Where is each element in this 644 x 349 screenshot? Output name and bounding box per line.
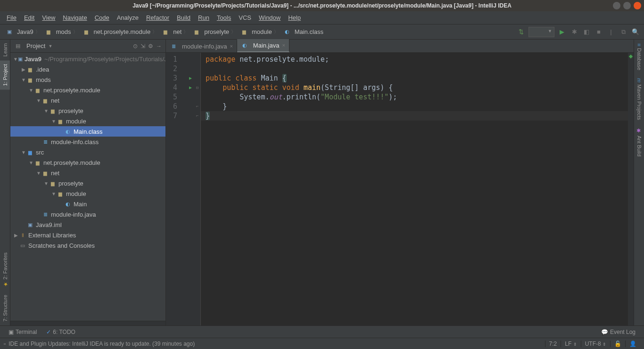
menu-edit[interactable]: Edit xyxy=(20,13,38,23)
tree-item[interactable]: ▼proselyte xyxy=(10,106,165,116)
tree-item[interactable]: ▼net xyxy=(10,168,165,178)
menu-analyze[interactable]: Analyze xyxy=(113,13,142,23)
menu-view[interactable]: View xyxy=(38,13,59,23)
menu-navigate[interactable]: Navigate xyxy=(59,13,91,23)
close-icon[interactable]: × xyxy=(230,43,232,49)
tree-item[interactable]: ▼module xyxy=(10,188,165,199)
project-structure-icon[interactable]: ⧉ xyxy=(619,27,628,37)
chevron-down-icon[interactable]: ▼ xyxy=(43,108,49,114)
tree-item[interactable]: module-info.class xyxy=(10,137,165,147)
sidebar-tab-ant[interactable]: ✱Ant Build xyxy=(634,124,644,160)
breadcrumb[interactable]: mods〉 xyxy=(43,27,80,37)
lock-icon[interactable]: 🔓 xyxy=(610,341,625,347)
tab-module-info[interactable]: module-info.java× xyxy=(166,40,237,52)
make-icon[interactable]: ⇅ xyxy=(516,27,526,37)
sidebar-tab-maven[interactable]: mMaven Projects xyxy=(634,74,644,124)
tree-item[interactable]: Java9.iml xyxy=(10,219,165,230)
tree-item-selected[interactable]: Main.class xyxy=(10,126,165,137)
chevron-down-icon[interactable]: ▼ xyxy=(51,191,57,196)
chevron-down-icon[interactable]: ▼ xyxy=(21,77,26,82)
fold-end-icon[interactable]: ⌐ xyxy=(194,111,200,121)
gear-icon[interactable]: ⚙ xyxy=(148,43,153,49)
tree-item[interactable]: ▼module xyxy=(10,116,165,126)
coverage-icon[interactable]: ◧ xyxy=(582,27,591,37)
menu-window[interactable]: Window xyxy=(255,13,284,23)
sidebar-tab-favorites[interactable]: ★2: Favorites xyxy=(0,249,10,291)
chevron-down-icon[interactable]: ▼ xyxy=(51,119,57,124)
status-icon[interactable]: ▫ xyxy=(4,341,6,347)
debug-icon[interactable]: ✱ xyxy=(570,27,579,37)
file-encoding[interactable]: UTF-8 ⇕ xyxy=(581,341,610,347)
chevron-right-icon[interactable]: ▶ xyxy=(13,233,19,238)
run-icon[interactable]: ▶ xyxy=(557,27,567,37)
line-separator[interactable]: LF ⇕ xyxy=(561,341,580,347)
tree-item[interactable]: ▼mods xyxy=(10,74,165,85)
cursor-position[interactable]: 7:2 xyxy=(545,341,561,347)
tree-item[interactable]: ▼proselyte xyxy=(10,178,165,188)
breadcrumb[interactable]: module〉 xyxy=(239,27,281,37)
menu-file[interactable]: File xyxy=(3,13,20,23)
breadcrumb[interactable]: net.proselyte.module〉 xyxy=(81,27,159,37)
chevron-right-icon[interactable]: ▶ xyxy=(21,67,26,72)
menu-tools[interactable]: Tools xyxy=(213,13,235,23)
horizontal-scrollbar[interactable] xyxy=(10,321,165,325)
sidebar-tab-structure[interactable]: 7: Structure xyxy=(0,291,10,325)
tree-item[interactable]: ▼src xyxy=(10,147,165,157)
menu-vcs[interactable]: VCS xyxy=(235,13,255,23)
close-button[interactable] xyxy=(634,2,641,9)
sidebar-tab-database[interactable]: ≡Database xyxy=(634,40,644,74)
sidebar-tab-project[interactable]: 1: Project xyxy=(0,60,10,89)
breadcrumb[interactable]: Main.class xyxy=(281,27,325,37)
stop-icon[interactable]: ■ xyxy=(594,27,603,37)
fold-end-icon[interactable]: ⌐ xyxy=(194,102,200,111)
tree-item[interactable]: ▼net.proselyte.module xyxy=(10,85,165,95)
chevron-down-icon[interactable]: ▼ xyxy=(43,181,49,186)
chevron-down-icon[interactable]: ▼ xyxy=(21,150,26,155)
chevron-down-icon[interactable]: ▼ xyxy=(36,170,41,176)
fold-marker-icon[interactable]: ⊟ xyxy=(194,83,200,92)
tree-item[interactable]: ▶.idea xyxy=(10,64,165,74)
event-log-tool[interactable]: 💬Event Log xyxy=(596,327,640,337)
project-tool-window: ▤ Project ▼ ⊙ ⇲ ⚙ → ▼ Java9 ~/Programmin… xyxy=(10,40,166,325)
close-icon[interactable]: × xyxy=(282,42,285,48)
chevron-down-icon[interactable]: ▼ xyxy=(48,44,52,49)
chevron-down-icon[interactable]: ▼ xyxy=(28,160,34,165)
code-editor[interactable]: 1 2 3 4 5 6 7 ▶ ▶ ⊟ ⌐ ⌐ xyxy=(166,53,634,325)
todo-tool[interactable]: ✓6: TODO xyxy=(41,327,80,337)
breadcrumb[interactable]: proselyte〉 xyxy=(191,27,238,37)
run-line-marker-icon[interactable]: ▶ xyxy=(187,73,194,83)
hide-icon[interactable]: → xyxy=(156,43,162,49)
inspector-icon[interactable]: 👤 xyxy=(625,341,640,347)
tree-item[interactable]: ▶External Libraries xyxy=(10,230,165,240)
terminal-tool[interactable]: ▣Terminal xyxy=(4,327,41,337)
menu-run[interactable]: Run xyxy=(194,13,213,23)
error-stripe[interactable] xyxy=(628,53,634,325)
chevron-down-icon[interactable]: ▼ xyxy=(28,88,34,93)
tree-item[interactable]: Main xyxy=(10,199,165,209)
tree-item[interactable]: Scratches and Consoles xyxy=(10,240,165,251)
tab-main[interactable]: Main.java× xyxy=(237,39,289,52)
chevron-down-icon[interactable]: ▼ xyxy=(36,98,41,103)
project-panel-title: Project xyxy=(26,42,45,49)
project-tree[interactable]: ▼ Java9 ~/Programming/Proselyte/Projects… xyxy=(10,53,165,321)
menu-help[interactable]: Help xyxy=(284,13,305,23)
tree-item[interactable]: ▼net xyxy=(10,95,165,106)
locate-icon[interactable]: ⊙ xyxy=(133,43,138,49)
menu-code[interactable]: Code xyxy=(91,13,113,23)
sidebar-tab-learn[interactable]: Learn xyxy=(0,40,10,60)
menu-build[interactable]: Build xyxy=(173,13,194,23)
folder-icon xyxy=(83,28,90,36)
run-config-dropdown[interactable]: ▼ xyxy=(528,27,554,37)
tree-item[interactable]: ▼net.proselyte.module xyxy=(10,157,165,168)
minimize-button[interactable] xyxy=(613,2,620,9)
collapse-icon[interactable]: ⇲ xyxy=(140,43,145,49)
maximize-button[interactable] xyxy=(623,2,631,9)
search-everywhere-icon[interactable]: 🔍 xyxy=(631,27,640,37)
menu-refactor[interactable]: Refactor xyxy=(142,13,173,23)
tree-root[interactable]: ▼ Java9 ~/Programming/Proselyte/Projects… xyxy=(10,54,165,64)
run-line-marker-icon[interactable]: ▶ xyxy=(187,83,194,92)
tree-item[interactable]: module-info.java xyxy=(10,209,165,219)
breadcrumb[interactable]: Java9〉 xyxy=(4,27,42,37)
breadcrumb[interactable]: net〉 xyxy=(160,27,190,37)
chevron-down-icon[interactable]: ▼ xyxy=(13,57,18,62)
